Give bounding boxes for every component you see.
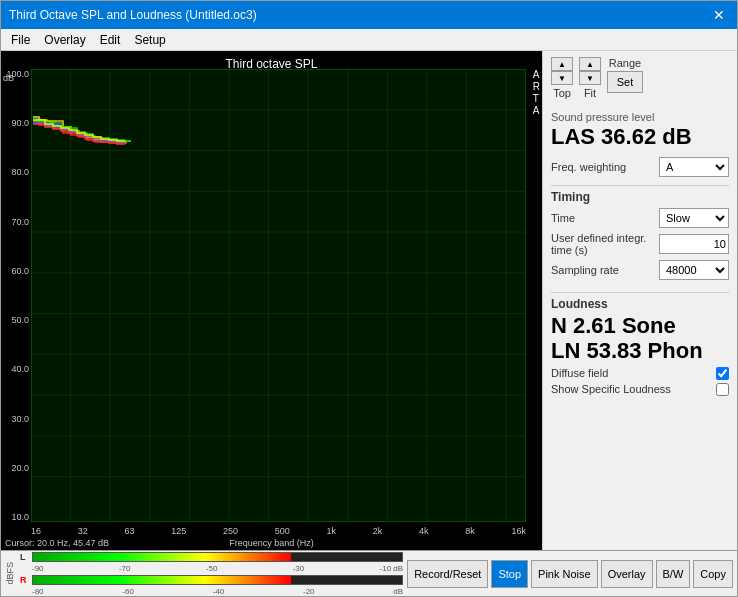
cursor-info: Cursor: 20.0 Hz, 45.47 dB [5,538,109,548]
set-button[interactable]: Set [607,71,643,93]
scale-l-90: -90 [32,564,44,573]
show-specific-label: Show Specific Loudness [551,383,671,395]
y-label-10: 10.0 [1,512,31,522]
meter-track-l [32,552,403,562]
x-label-500: 500 [275,526,290,536]
bw-button[interactable]: B/W [656,560,691,588]
menu-edit[interactable]: Edit [94,31,127,49]
action-buttons: Record/Reset Stop Pink Noise Overlay B/W… [407,560,733,588]
loudness-section-label: Loudness [551,297,729,311]
scale-r-80: -80 [32,587,44,596]
chart-svg [31,69,526,522]
range-group: Range Set [607,57,643,99]
sampling-rate-row: Sampling rate 48000 44100 [551,260,729,280]
x-label-250: 250 [223,526,238,536]
show-specific-row: Show Specific Loudness [551,383,729,396]
right-panel: ▲ ▼ Top ▲ ▼ Fit Range Set [542,51,737,550]
sampling-rate-select[interactable]: 48000 44100 [659,260,729,280]
loudness-ln-value: LN 53.83 Phon [551,338,729,363]
x-label-4k: 4k [419,526,429,536]
content-area: Third octave SPL ARTA dB 100.0 90.0 80.0… [1,51,737,550]
y-label-60: 60.0 [1,266,31,276]
y-label-40: 40.0 [1,364,31,374]
freq-weighting-row: Freq. weighting A C Z [551,157,729,177]
spl-value: LAS 36.62 dB [551,125,729,149]
show-specific-checkbox[interactable] [716,383,729,396]
y-label-50: 50.0 [1,315,31,325]
bottom-bar: dBFS L -90 -70 -50 -30 -10 dB R [1,550,737,596]
x-label-32: 32 [78,526,88,536]
fit-up-button[interactable]: ▲ [579,57,601,71]
x-axis: 16 32 63 125 250 500 1k 2k 4k 8k 16k [31,526,526,536]
menu-setup[interactable]: Setup [128,31,171,49]
sampling-rate-label: Sampling rate [551,264,659,276]
scale-l-10: -10 dB [380,564,404,573]
db-label: dB [1,73,14,83]
time-select[interactable]: Slow Fast [659,208,729,228]
top-btn-group: ▲ ▼ [551,57,573,85]
loudness-n-value: N 2.61 Sone [551,313,729,338]
diffuse-field-label: Diffuse field [551,367,608,379]
y-label-90: 90.0 [1,118,31,128]
x-label-2k: 2k [373,526,383,536]
menu-file[interactable]: File [5,31,36,49]
x-label-16: 16 [31,526,41,536]
y-label-80: 80.0 [1,167,31,177]
time-row: Time Slow Fast [551,208,729,228]
y-label-30: 30.0 [1,414,31,424]
loudness-section: Loudness N 2.61 Sone LN 53.83 Phon Diffu… [551,292,729,396]
scale-r-db: dB [393,587,403,596]
scale-l-50: -50 [206,564,218,573]
nav-controls: ▲ ▼ Top ▲ ▼ Fit Range Set [551,57,729,99]
svg-rect-0 [31,69,526,522]
fit-down-button[interactable]: ▼ [579,71,601,85]
overlay-button[interactable]: Overlay [601,560,653,588]
user-defined-input[interactable] [659,234,729,254]
dbfs-label: dBFS [5,562,15,585]
scale-l-70: -70 [119,564,131,573]
meter-fill-l [33,553,291,561]
spl-section: Sound pressure level LAS 36.62 dB [551,111,729,149]
meter-r-label: R [20,575,30,585]
meter-row-scale-r: -80 -60 -40 -20 dB [20,587,403,596]
fit-btn-group: ▲ ▼ [579,57,601,85]
top-up-button[interactable]: ▲ [551,57,573,71]
x-label-63: 63 [124,526,134,536]
meter-l-label: L [20,552,30,562]
title-bar: Third Octave SPL and Loudness (Untitled.… [1,1,737,29]
diffuse-field-checkbox[interactable] [716,367,729,380]
freq-weighting-label: Freq. weighting [551,161,659,173]
scale-l-30: -30 [293,564,305,573]
arta-label: ARTA [533,69,540,117]
user-defined-label: User defined integr. time (s) [551,232,659,256]
main-window: Third Octave SPL and Loudness (Untitled.… [0,0,738,597]
fit-group: ▲ ▼ Fit [579,57,601,99]
copy-button[interactable]: Copy [693,560,733,588]
meter-track-r [32,575,403,585]
top-down-button[interactable]: ▼ [551,71,573,85]
freq-weighting-select[interactable]: A C Z [659,157,729,177]
close-button[interactable]: ✕ [709,7,729,23]
range-label: Range [609,57,641,69]
pink-noise-button[interactable]: Pink Noise [531,560,598,588]
menu-bar: File Overlay Edit Setup [1,29,737,51]
y-axis: dB 100.0 90.0 80.0 70.0 60.0 50.0 40.0 3… [1,69,31,522]
top-label: Top [553,87,571,99]
menu-overlay[interactable]: Overlay [38,31,91,49]
record-reset-button[interactable]: Record/Reset [407,560,488,588]
scale-r-40: -40 [213,587,225,596]
x-label-1k: 1k [326,526,336,536]
time-label: Time [551,212,659,224]
meter-fill-r [33,576,291,584]
stop-button[interactable]: Stop [491,560,528,588]
timing-section: Timing Time Slow Fast User defined integ… [551,185,729,284]
scale-r-20: -20 [303,587,315,596]
meter-row-l: L [20,552,403,562]
x-label-125: 125 [171,526,186,536]
y-label-20: 20.0 [1,463,31,473]
window-title: Third Octave SPL and Loudness (Untitled.… [9,8,257,22]
chart-area: Third octave SPL ARTA dB 100.0 90.0 80.0… [1,51,542,550]
fit-label: Fit [584,87,596,99]
diffuse-field-row: Diffuse field [551,367,729,380]
scale-r-60: -60 [122,587,134,596]
